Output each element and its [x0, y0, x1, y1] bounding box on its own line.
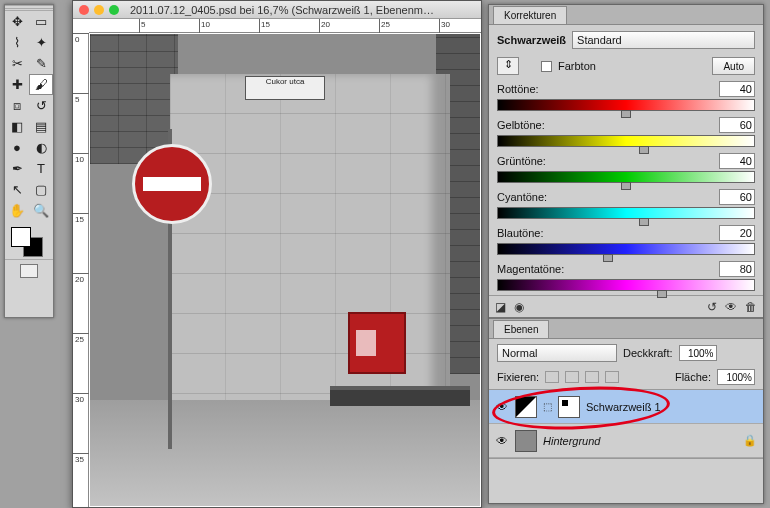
slider-thumb[interactable]: [621, 182, 631, 190]
tone-slider[interactable]: [497, 279, 755, 291]
bench: [330, 386, 470, 406]
stamp-tool[interactable]: ⧈: [5, 95, 29, 116]
tone-gr-yel: Gelbtöne:: [497, 117, 755, 147]
wand-tool[interactable]: ✦: [29, 32, 53, 53]
tint-checkbox[interactable]: [541, 61, 552, 72]
tone-label: Blautöne:: [497, 227, 543, 239]
move-tool[interactable]: ✥: [5, 11, 29, 32]
corrections-panel: Schwarzweiß Standard ⇕ Farbton Auto Rott…: [489, 25, 763, 295]
tone-value[interactable]: [719, 189, 755, 205]
tone-slider[interactable]: [497, 135, 755, 147]
preset-dropdown[interactable]: Standard: [572, 31, 755, 49]
lock-position-icon[interactable]: [585, 371, 599, 383]
visibility-icon[interactable]: 👁: [495, 434, 509, 448]
tone-value[interactable]: [719, 261, 755, 277]
layer-name[interactable]: Hintergrund: [543, 435, 600, 447]
titlebar[interactable]: 2011.07.12_0405.psd bei 16,7% (Schwarzwe…: [73, 1, 481, 19]
corrections-footer: ◪ ◉ ↺ 👁 🗑: [489, 295, 763, 317]
adjustment-thumb[interactable]: [515, 396, 537, 418]
tone-value[interactable]: [719, 153, 755, 169]
slider-thumb[interactable]: [603, 254, 613, 262]
document-window: 2011.07.12_0405.psd bei 16,7% (Schwarzwe…: [72, 0, 482, 508]
tab-layers[interactable]: Ebenen: [493, 320, 549, 338]
color-swatches[interactable]: [5, 225, 53, 259]
visibility-icon[interactable]: 👁: [495, 400, 509, 414]
tone-value[interactable]: [719, 225, 755, 241]
type-tool[interactable]: T: [29, 158, 53, 179]
gradient-tool[interactable]: ▤: [29, 116, 53, 137]
tone-slider[interactable]: [497, 207, 755, 219]
lock-transparent-icon[interactable]: [545, 371, 559, 383]
adjustment-name: Schwarzweiß: [497, 34, 566, 46]
ruler-horizontal[interactable]: 51015202530: [89, 19, 481, 33]
tone-value[interactable]: [719, 117, 755, 133]
tab-corrections[interactable]: Korrekturen: [493, 6, 567, 24]
slider-thumb[interactable]: [621, 110, 631, 118]
image-content: Cukor utca: [90, 34, 480, 506]
lasso-tool[interactable]: ⌇: [5, 32, 29, 53]
layer-thumb[interactable]: [515, 430, 537, 452]
layer-clip-icon[interactable]: ◪: [495, 300, 506, 314]
foreground-color[interactable]: [11, 227, 31, 247]
screen-mode: [5, 259, 53, 282]
slider-thumb[interactable]: [657, 290, 667, 298]
zoom-button[interactable]: [109, 5, 119, 15]
lock-all-icon[interactable]: [605, 371, 619, 383]
tone-gr-blu: Blautöne:: [497, 225, 755, 255]
no-entry-bar: [143, 177, 201, 191]
target-adjust-icon[interactable]: ⇕: [497, 57, 519, 75]
slider-thumb[interactable]: [639, 146, 649, 154]
layers-panel: Ebenen Normal Deckkraft: Fixieren: Fläch…: [489, 317, 763, 459]
auto-button[interactable]: Auto: [712, 57, 755, 75]
right-panels: Korrekturen Schwarzweiß Standard ⇕ Farbt…: [488, 4, 764, 504]
path-tool[interactable]: ↖: [5, 179, 29, 200]
eraser-tool[interactable]: ◧: [5, 116, 29, 137]
tone-slider[interactable]: [497, 243, 755, 255]
fill-label: Fläche:: [675, 371, 711, 383]
opacity-label: Deckkraft:: [623, 347, 673, 359]
tone-label: Rottöne:: [497, 83, 539, 95]
opacity-input[interactable]: [679, 345, 717, 361]
document-title: 2011.07.12_0405.psd bei 16,7% (Schwarzwe…: [130, 4, 434, 16]
brush-tool[interactable]: 🖌: [29, 74, 53, 95]
tone-slider[interactable]: [497, 171, 755, 183]
dodge-tool[interactable]: ◐: [29, 137, 53, 158]
crop-tool[interactable]: ✂: [5, 53, 29, 74]
close-button[interactable]: [79, 5, 89, 15]
hand-tool[interactable]: ✋: [5, 200, 29, 221]
layer-name[interactable]: Schwarzweiß 1: [586, 401, 661, 413]
eyedropper-tool[interactable]: ✎: [29, 53, 53, 74]
tone-value[interactable]: [719, 81, 755, 97]
stone-corner: [170, 74, 450, 434]
zoom-tool[interactable]: 🔍: [29, 200, 53, 221]
pen-tool[interactable]: ✒: [5, 158, 29, 179]
fill-input[interactable]: [717, 369, 755, 385]
history-brush-tool[interactable]: ↺: [29, 95, 53, 116]
view-previous-icon[interactable]: ◉: [514, 300, 524, 314]
tint-label: Farbton: [558, 60, 596, 72]
blur-tool[interactable]: ●: [5, 137, 29, 158]
minimize-button[interactable]: [94, 5, 104, 15]
quickmask-toggle[interactable]: [20, 264, 38, 278]
layer-list: 👁⬚Schwarzweiß 1👁Hintergrund🔒: [489, 389, 763, 459]
eye-icon[interactable]: 👁: [725, 300, 737, 314]
trash-icon[interactable]: 🗑: [745, 300, 757, 314]
lock-pixels-icon[interactable]: [565, 371, 579, 383]
blend-mode-dropdown[interactable]: Normal: [497, 344, 617, 362]
reset-icon[interactable]: ↺: [707, 300, 717, 314]
canvas[interactable]: Cukor utca: [90, 34, 480, 506]
tone-label: Cyantöne:: [497, 191, 547, 203]
layer-row[interactable]: 👁⬚Schwarzweiß 1: [489, 390, 763, 424]
ruler-vertical[interactable]: 05101520253035: [73, 33, 89, 507]
marquee-tool[interactable]: ▭: [29, 11, 53, 32]
shape-tool[interactable]: ▢: [29, 179, 53, 200]
tone-slider[interactable]: [497, 99, 755, 111]
layer-row[interactable]: 👁Hintergrund🔒: [489, 424, 763, 458]
heal-tool[interactable]: ✚: [5, 74, 29, 95]
tone-gr-cyn: Cyantöne:: [497, 189, 755, 219]
slider-thumb[interactable]: [639, 218, 649, 226]
mask-thumb[interactable]: [558, 396, 580, 418]
link-icon[interactable]: ⬚: [543, 401, 552, 412]
tone-label: Magentatöne:: [497, 263, 564, 275]
tone-label: Gelbtöne:: [497, 119, 545, 131]
